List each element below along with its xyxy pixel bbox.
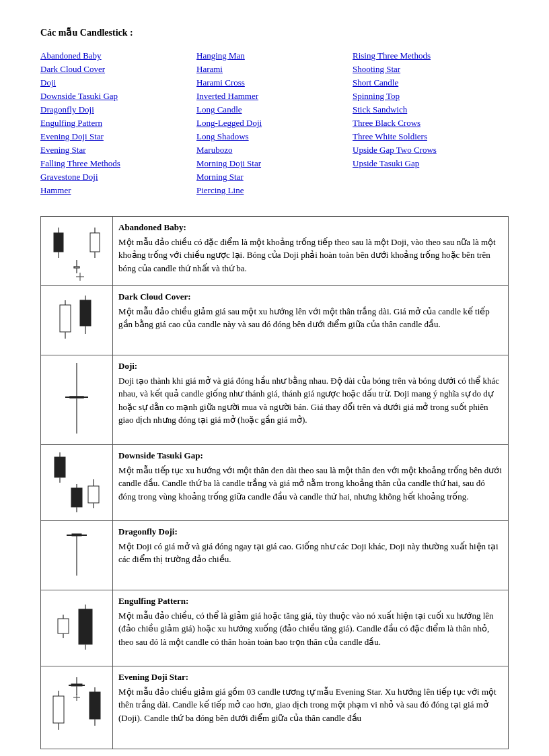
link-three-white-soldiers[interactable]: Three White Soldiers xyxy=(353,131,509,142)
link-downside-tasuki-gap[interactable]: Downside Tasuki Gap xyxy=(40,91,196,102)
svg-rect-25 xyxy=(71,488,82,507)
link-falling-three-methods[interactable]: Falling Three Methods xyxy=(40,158,196,169)
link-morning-star[interactable]: Morning Star xyxy=(196,172,353,182)
link-piercing-line[interactable]: Piercing Line xyxy=(196,185,353,196)
table-row: Abandoned Baby: Một mẫu đảo chiều có đặc… xyxy=(41,217,509,286)
downside-tasuki-gap-image xyxy=(41,445,113,521)
link-harami-cross[interactable]: Harami Cross xyxy=(196,77,353,88)
evening-doji-star-text: Evening Doji Star: Một mẫu đảo chiều giả… xyxy=(113,666,509,749)
link-shooting-star[interactable]: Shooting Star xyxy=(353,64,509,75)
svg-rect-4 xyxy=(74,267,79,268)
downside-tasuki-gap-text: Downside Tasuki Gap: Một mẫu tiếp tục xu… xyxy=(113,445,509,521)
engulfing-pattern-text: Engulfing Pattern: Một mẫu đảo chiều, có… xyxy=(113,590,509,666)
links-col-3: Rising Three Methods Shooting Star Short… xyxy=(353,50,509,196)
link-three-black-crows[interactable]: Three Black Crows xyxy=(353,118,509,129)
dark-cloud-cover-text: Dark Cloud Cover: Một mẫu đảo chiều giảm… xyxy=(113,286,509,355)
svg-rect-32 xyxy=(72,534,81,536)
svg-rect-7 xyxy=(90,233,100,252)
link-hammer[interactable]: Hammer xyxy=(40,185,196,196)
links-col-1: Abandoned Baby Dark Cloud Cover Doji Dow… xyxy=(40,50,196,196)
table-row: Dragonfly Doji: Một Doji có giá mở và gi… xyxy=(41,521,509,590)
link-gravestone-doji[interactable]: Gravestone Doji xyxy=(40,172,196,182)
svg-rect-40 xyxy=(53,696,64,723)
link-hanging-man[interactable]: Hanging Man xyxy=(196,50,353,61)
svg-rect-34 xyxy=(58,619,69,633)
doji-image xyxy=(41,355,113,445)
link-marubozo[interactable]: Marubozo xyxy=(196,145,353,156)
dark-cloud-cover-image xyxy=(41,286,113,355)
svg-rect-28 xyxy=(88,486,99,503)
link-harami[interactable]: Harami xyxy=(196,64,353,75)
abandoned-baby-image xyxy=(41,217,113,286)
evening-doji-star-image xyxy=(41,666,113,749)
link-rising-three-methods[interactable]: Rising Three Methods xyxy=(353,50,509,61)
svg-rect-12 xyxy=(60,305,71,332)
abandoned-baby-text: Abandoned Baby: Một mẫu đảo chiều có đặc… xyxy=(113,217,509,286)
link-inverted-hammer[interactable]: Inverted Hammer xyxy=(196,91,353,102)
svg-rect-1 xyxy=(54,233,63,252)
link-evening-star[interactable]: Evening Star xyxy=(40,145,196,156)
link-engulfing-pattern[interactable]: Engulfing Pattern xyxy=(40,118,196,129)
link-abandoned-baby[interactable]: Abandoned Baby xyxy=(40,50,196,61)
link-upside-tasuki-gap[interactable]: Upside Tasuki Gap xyxy=(353,158,509,169)
svg-rect-37 xyxy=(79,609,92,644)
link-doji[interactable]: Doji xyxy=(40,77,196,88)
svg-rect-44 xyxy=(71,684,82,686)
link-dragonfly-doji[interactable]: Dragonfly Doji xyxy=(40,104,196,115)
link-morning-doji-star[interactable]: Morning Doji Star xyxy=(196,158,353,169)
svg-rect-15 xyxy=(80,300,91,326)
doji-text: Doji: Doji tạo thành khi giá mở và giá đ… xyxy=(113,355,509,445)
engulfing-pattern-image xyxy=(41,590,113,666)
link-stick-sandwich[interactable]: Stick Sandwich xyxy=(353,104,509,115)
dragonfly-doji-image xyxy=(41,521,113,590)
svg-rect-22 xyxy=(54,457,65,477)
link-short-candle[interactable]: Short Candle xyxy=(353,77,509,88)
table-row: Engulfing Pattern: Một mẫu đảo chiều, có… xyxy=(41,590,509,666)
table-row: Downside Tasuki Gap: Một mẫu tiếp tục xu… xyxy=(41,445,509,521)
patterns-table: Abandoned Baby: Một mẫu đảo chiều có đặc… xyxy=(40,216,509,749)
svg-rect-49 xyxy=(89,692,100,719)
link-long-candle[interactable]: Long Candle xyxy=(196,104,353,115)
table-row: Evening Doji Star: Một mẫu đảo chiều giả… xyxy=(41,666,509,749)
dragonfly-doji-text: Dragonfly Doji: Một Doji có giá mở và gi… xyxy=(113,521,509,590)
page-title: Các mẫu Candlestick : xyxy=(40,27,509,38)
link-long-shadows[interactable]: Long Shadows xyxy=(196,131,353,142)
table-row: Doji: Doji tạo thành khi giá mở và giá đ… xyxy=(41,355,509,445)
link-long-legged-doji[interactable]: Long-Legged Doji xyxy=(196,118,353,129)
link-dark-cloud-cover[interactable]: Dark Cloud Cover xyxy=(40,64,196,75)
link-evening-doji-star[interactable]: Evening Doji Star xyxy=(40,131,196,142)
links-section: Abandoned Baby Dark Cloud Cover Doji Dow… xyxy=(40,50,509,196)
links-col-2: Hanging Man Harami Harami Cross Inverted… xyxy=(196,50,353,196)
link-upside-gap-two-crows[interactable]: Upside Gap Two Crows xyxy=(353,145,509,156)
table-row: Dark Cloud Cover: Một mẫu đảo chiều giảm… xyxy=(41,286,509,355)
link-spinning-top[interactable]: Spinning Top xyxy=(353,91,509,102)
